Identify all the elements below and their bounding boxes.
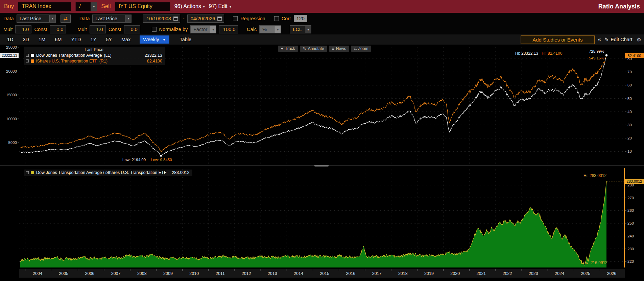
chevron-down-icon: ▾ — [203, 5, 205, 8]
svg-text:Low: 216.9912: Low: 216.9912 — [581, 260, 607, 265]
series-toggle-checkbox[interactable] — [26, 54, 29, 57]
sell-label: Sell — [101, 3, 111, 10]
ratio-legend: Dow Jones Transportation Average / iShar… — [24, 170, 192, 176]
tab-1d[interactable]: 1D — [3, 35, 18, 44]
buy-ticker-input[interactable]: TRAN Index — [18, 2, 71, 11]
add-studies-input[interactable]: Add Studies or Events — [521, 35, 594, 44]
low-point-marker — [160, 155, 162, 157]
tab-5y[interactable]: 5Y — [101, 35, 116, 44]
djt-swatch — [31, 54, 34, 57]
period-select[interactable]: Weekly ▼ — [140, 35, 169, 44]
panel-edge-grabber[interactable] — [624, 168, 625, 267]
date-from-input[interactable]: 10/10/2003 — [143, 15, 180, 23]
corr-window-input[interactable]: 120 — [294, 15, 307, 22]
chevron-down-icon: ▾ — [275, 26, 281, 33]
date-to-input[interactable]: 04/20/2026 — [187, 15, 224, 23]
price-legend: Last Price Dow Jones Transportation Aver… — [24, 47, 165, 65]
calc-mode-select[interactable]: % ▾ — [259, 25, 281, 33]
data2-field-select[interactable]: Last Price ▾ — [92, 15, 132, 23]
x-tick-label: 2013 — [268, 271, 277, 276]
tab-max[interactable]: Max — [117, 35, 135, 44]
chart-tools: + Track ✎ Annotate ≡ News Zoom — [278, 46, 371, 52]
series-axis: (L1) — [104, 53, 111, 58]
series-toggle-checkbox[interactable] — [26, 59, 29, 62]
data1-label: Data — [3, 16, 14, 21]
svg-text:20000: 20000 — [6, 69, 17, 73]
svg-text:240: 240 — [627, 234, 634, 238]
data1-field-select[interactable]: Last Price ▾ — [17, 15, 56, 23]
svg-text:220: 220 — [627, 259, 634, 263]
mult2-input[interactable]: 1.0 — [90, 25, 106, 33]
x-tick-label: 2017 — [372, 271, 382, 276]
pair-operator-value: / — [79, 3, 80, 9]
pair-operator-select[interactable]: / ▾ — [75, 2, 97, 11]
gear-icon[interactable]: ⚙ — [637, 36, 641, 43]
svg-text:Low: 2194.99: Low: 2194.99 — [122, 158, 146, 162]
svg-text:50: 50 — [627, 97, 632, 101]
magnifier-icon — [354, 48, 356, 50]
svg-text:250: 250 — [627, 221, 634, 225]
regression-checkbox[interactable] — [233, 16, 238, 21]
ratio-area — [20, 181, 606, 267]
chevron-down-icon: ▾ — [125, 15, 131, 22]
svg-text:60: 60 — [627, 83, 632, 87]
series-toggle-checkbox[interactable] — [26, 171, 29, 174]
mult1-label: Mult — [3, 27, 13, 32]
chart-toolbar-row: 1D 3D 1M 6M YTD 1Y 5Y Max Weekly ▼ Table… — [0, 34, 644, 45]
data-controls-row: Data Last Price ▾ ⇄ Data Last Price ▾ 10… — [0, 13, 644, 24]
zoom-button[interactable]: Zoom — [351, 46, 372, 52]
series-axis: (R1) — [99, 59, 108, 63]
mult1-input[interactable]: 1.0 — [15, 25, 31, 33]
news-button[interactable]: ≡ News — [329, 46, 349, 52]
x-tick-label: 2023 — [529, 271, 538, 276]
chart-canvas[interactable]: 2500020000150001000050008070605040302010… — [0, 45, 644, 281]
svg-text:230: 230 — [627, 247, 634, 251]
news-icon: ≡ — [332, 46, 334, 51]
calendar-icon — [173, 17, 178, 21]
tab-6m[interactable]: 6M — [50, 35, 66, 44]
normalize-factor-input[interactable]: 100.0 — [219, 25, 238, 33]
collapse-icon[interactable]: « — [598, 36, 601, 43]
normalize-checkbox[interactable] — [152, 27, 157, 32]
tab-1m[interactable]: 1M — [34, 35, 50, 44]
tab-table[interactable]: Table — [175, 35, 196, 44]
x-tick-label: 2022 — [503, 271, 512, 276]
date-range-separator: - — [183, 16, 185, 21]
track-button[interactable]: + Track — [278, 46, 298, 52]
x-tick-label: 2011 — [216, 271, 225, 276]
x-tick-label: 2010 — [189, 271, 199, 276]
tab-ytd[interactable]: YTD — [67, 35, 85, 44]
normalize-mode-select[interactable]: Factor ▾ — [190, 25, 216, 33]
calc-label: Calc — [247, 27, 257, 32]
mult2-label: Mult — [77, 27, 87, 32]
currency-select[interactable]: LCL ▾ — [290, 25, 311, 33]
const1-input[interactable]: 0.0 — [50, 25, 66, 33]
panel-divider-handle[interactable] — [314, 165, 329, 167]
swap-securities-button[interactable]: ⇄ — [61, 15, 71, 23]
svg-text:270: 270 — [627, 196, 634, 200]
x-tick-label: 2015 — [320, 271, 329, 276]
edit-menu[interactable]: 97) Edit ▾ — [209, 3, 231, 9]
corr-checkbox[interactable] — [274, 16, 279, 21]
svg-text:Hi: 23322.13: Hi: 23322.13 — [515, 51, 538, 56]
chevron-down-icon: ▾ — [230, 5, 231, 8]
buy-ticker-value: TRAN Index — [22, 3, 51, 9]
actions-menu[interactable]: 96) Actions ▾ — [174, 3, 205, 9]
const2-input[interactable]: 0.0 — [124, 25, 140, 33]
chevron-down-icon: ▾ — [305, 26, 311, 33]
edit-chart-button[interactable]: ✎ Edit Chart — [604, 37, 633, 42]
x-tick-label: 2026 — [607, 271, 616, 276]
svg-text:10000: 10000 — [6, 117, 17, 121]
tab-1y[interactable]: 1Y — [86, 35, 101, 44]
tab-3d[interactable]: 3D — [19, 35, 34, 44]
annotate-button[interactable]: ✎ Annotate — [300, 46, 327, 52]
data2-label: Data — [79, 16, 90, 21]
axis-last-value: 82.4100 — [628, 54, 641, 58]
axis-last-value: 23322.13 — [2, 53, 17, 57]
svg-text:40: 40 — [627, 110, 632, 114]
ratio-swatch — [31, 171, 34, 174]
svg-text:Low: 9.8450: Low: 9.8450 — [151, 158, 172, 162]
sell-ticker-input[interactable]: IYT US Equity — [115, 2, 170, 11]
legend-title: Last Price — [26, 47, 162, 52]
corr-label: Corr — [282, 16, 291, 21]
